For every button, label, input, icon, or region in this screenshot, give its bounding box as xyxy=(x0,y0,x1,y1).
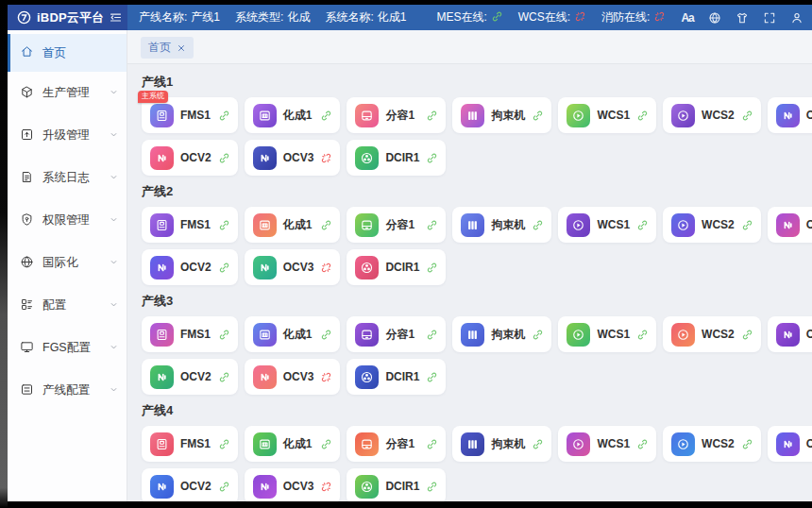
link-icon[interactable] xyxy=(218,438,230,450)
close-icon[interactable] xyxy=(177,43,186,53)
link-icon[interactable] xyxy=(320,329,332,341)
link-icon[interactable] xyxy=(532,110,544,122)
app-card[interactable]: 化成1 xyxy=(245,316,341,352)
app-card[interactable]: 主系统FMS1 xyxy=(142,97,238,133)
app-card[interactable]: OCV1 xyxy=(768,316,812,352)
link-icon[interactable] xyxy=(218,329,230,341)
link-broken-icon[interactable] xyxy=(320,371,332,383)
app-card[interactable]: 化成1 xyxy=(245,426,341,462)
font-size-icon[interactable]: Aa xyxy=(681,11,693,25)
app-card[interactable]: WCS1 xyxy=(558,97,656,133)
app-card[interactable]: OCV3 xyxy=(245,249,341,285)
link-icon[interactable] xyxy=(218,371,230,383)
app-card[interactable]: 分容1 xyxy=(347,207,446,243)
app-card[interactable]: OCV3 xyxy=(245,140,341,176)
app-card[interactable]: OCV3 xyxy=(245,468,341,501)
app-card[interactable]: 拘束机 xyxy=(452,207,551,243)
sidebar-item-production[interactable]: 生产管理 xyxy=(8,72,127,114)
sidebar-item-fgs[interactable]: FGS配置 xyxy=(8,327,127,369)
app-card[interactable]: 化成1 xyxy=(245,97,341,133)
link-icon[interactable] xyxy=(532,438,544,450)
tab-home[interactable]: 首页 xyxy=(141,37,194,59)
app-card[interactable]: DCIR1 xyxy=(347,249,446,285)
sidebar-item-upgrade[interactable]: 升级管理 xyxy=(8,114,127,157)
sidebar-item-config[interactable]: 配置 xyxy=(8,284,127,327)
sidebar-item-log[interactable]: 系统日志 xyxy=(8,157,127,199)
link-icon[interactable] xyxy=(532,219,544,231)
close-icon[interactable] xyxy=(177,43,186,53)
app-card[interactable]: 化成1 xyxy=(245,207,341,243)
app-card[interactable]: OCV1 xyxy=(768,207,812,243)
link-icon[interactable] xyxy=(636,219,649,231)
app-card[interactable]: WCS2 xyxy=(663,207,761,243)
app-card[interactable]: DCIR1 xyxy=(347,140,446,176)
link-icon[interactable] xyxy=(218,152,230,164)
link-icon[interactable] xyxy=(741,110,753,122)
app-card-label: 拘束机 xyxy=(491,327,525,343)
app-card[interactable]: WCS2 xyxy=(663,97,761,133)
link-icon[interactable] xyxy=(426,329,438,341)
app-card[interactable]: OCV2 xyxy=(142,249,238,285)
link-broken-icon[interactable] xyxy=(320,152,332,164)
link-icon[interactable] xyxy=(218,110,230,122)
app-card[interactable]: OCV1 xyxy=(768,426,812,462)
sidebar-item-permission[interactable]: 权限管理 xyxy=(8,199,127,242)
link-icon[interactable] xyxy=(320,110,332,122)
app-card[interactable]: 分容1 xyxy=(347,97,446,133)
app-card[interactable]: WCS2 xyxy=(663,316,761,352)
app-card[interactable]: 分容1 xyxy=(347,316,446,352)
fullscreen-icon[interactable] xyxy=(763,11,776,25)
app-card[interactable]: FMS1 xyxy=(142,207,238,243)
link-icon[interactable] xyxy=(532,329,544,341)
app-card[interactable]: OCV2 xyxy=(142,140,238,176)
link-icon[interactable] xyxy=(426,371,438,383)
app-card[interactable]: 分容1 xyxy=(347,426,446,462)
menu-fold-icon[interactable] xyxy=(109,10,123,25)
app-card[interactable]: WCS1 xyxy=(558,426,656,462)
link-broken-icon[interactable] xyxy=(320,481,332,493)
link-icon[interactable] xyxy=(636,110,649,122)
theme-icon[interactable] xyxy=(736,11,749,25)
link-icon[interactable] xyxy=(218,219,230,231)
link-icon[interactable] xyxy=(320,219,332,231)
app-card[interactable]: WCS1 xyxy=(558,316,656,352)
app-card[interactable]: OCV2 xyxy=(142,359,238,395)
app-card[interactable]: 拘束机 xyxy=(452,426,551,462)
user-icon[interactable] xyxy=(790,11,804,25)
app-card[interactable]: OCV2 xyxy=(142,468,238,501)
sidebar-item-line-config[interactable]: 产线配置 xyxy=(8,369,127,412)
link-icon[interactable] xyxy=(741,329,753,341)
app-card[interactable]: WCS2 xyxy=(663,426,761,462)
link-icon[interactable] xyxy=(218,262,230,274)
menu-fold-icon[interactable] xyxy=(109,10,123,25)
link-icon[interactable] xyxy=(426,481,438,493)
link-icon[interactable] xyxy=(426,219,438,231)
link-icon[interactable] xyxy=(636,329,649,341)
app-card[interactable]: 拘束机 xyxy=(452,97,551,133)
link-icon[interactable] xyxy=(426,438,438,450)
link-icon[interactable] xyxy=(426,262,438,274)
sidebar-item-home[interactable]: 首页 xyxy=(8,34,127,72)
link-icon[interactable] xyxy=(741,219,753,231)
tab-label: 首页 xyxy=(148,40,171,56)
app-card[interactable]: FMS1 xyxy=(142,426,238,462)
app-card[interactable]: FMS1 xyxy=(142,316,238,352)
ocv-icon xyxy=(776,432,800,456)
link-icon[interactable] xyxy=(426,110,438,122)
app-card[interactable]: WCS1 xyxy=(558,207,656,243)
sidebar-item-globe[interactable]: 国际化 xyxy=(8,242,127,284)
app-card[interactable]: DCIR1 xyxy=(347,359,446,395)
language-icon[interactable] xyxy=(708,11,721,25)
link-icon[interactable] xyxy=(320,438,332,450)
app-card[interactable]: OCV3 xyxy=(245,359,341,395)
link-icon[interactable] xyxy=(218,481,230,493)
permission-icon xyxy=(20,212,34,227)
link-icon[interactable] xyxy=(741,438,753,450)
app-card[interactable]: OCV1 xyxy=(768,97,812,133)
link-broken-icon[interactable] xyxy=(320,262,332,274)
app-card[interactable]: DCIR1 xyxy=(347,468,446,501)
chevron-down-icon xyxy=(109,299,119,313)
link-icon[interactable] xyxy=(636,438,649,450)
link-icon[interactable] xyxy=(426,152,438,164)
app-card[interactable]: 拘束机 xyxy=(452,316,551,352)
